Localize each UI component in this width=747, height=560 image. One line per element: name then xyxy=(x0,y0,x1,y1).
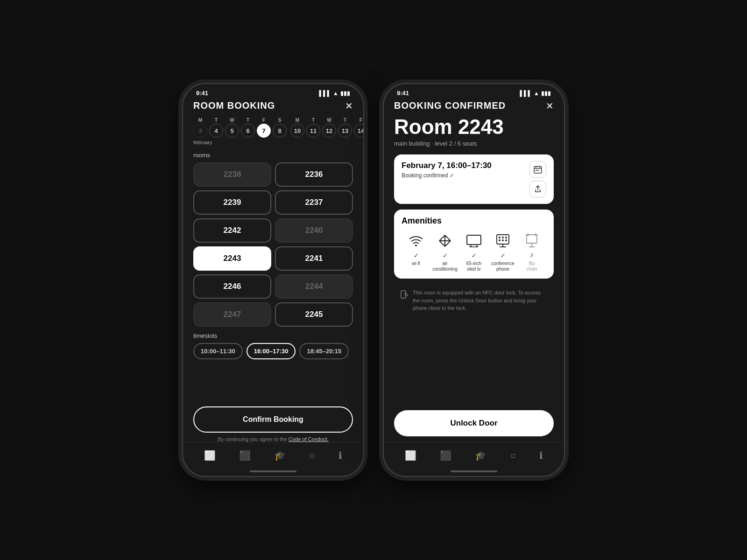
cal-num-12[interactable]: 12 xyxy=(322,124,336,138)
bottom-nav-2: ⬜ ⬛ 🎓 ○ ℹ xyxy=(384,442,564,467)
cal-day-f14: F 14 xyxy=(354,118,363,138)
home-indicator-1 xyxy=(183,467,363,476)
spacer-1 xyxy=(193,366,353,406)
signal-icon: ▌▌▌ xyxy=(319,90,331,97)
app-title-2: BOOKING CONFIRMED xyxy=(394,100,506,111)
nav-square-2[interactable]: ⬜ xyxy=(402,447,419,464)
battery-icon-2: ▮▮▮ xyxy=(541,90,551,97)
cal-num-6[interactable]: 6 xyxy=(241,124,255,138)
room-2247[interactable]: 2247 xyxy=(193,302,271,327)
room-2237[interactable]: 2237 xyxy=(275,190,353,215)
phone-confirmed: 9:41 ▌▌▌ ▲ ▮▮▮ BOOKING CONFIRMED ✕ Room … xyxy=(383,83,565,477)
svg-point-25 xyxy=(499,239,500,241)
room-2236[interactable]: 2236 xyxy=(275,162,353,187)
calendar-month: february xyxy=(193,140,353,145)
status-bar-1: 9:41 ▌▌▌ ▲ ▮▮▮ xyxy=(183,84,363,98)
timeslot-1845[interactable]: 18:45–20:15 xyxy=(299,343,349,359)
home-bar-2 xyxy=(451,470,497,472)
terms-link[interactable]: Code of Conduct. xyxy=(289,436,329,442)
confirm-booking-button[interactable]: Confirm Booking xyxy=(193,406,353,433)
svg-point-23 xyxy=(502,237,504,238)
amenity-ac: ✓ airconditioning xyxy=(430,231,459,272)
status-icons-2: ▌▌▌ ▲ ▮▮▮ xyxy=(520,90,551,97)
battery-icon: ▮▮▮ xyxy=(340,90,350,97)
nav-check-1[interactable]: ○ xyxy=(307,448,318,464)
cal-day-t6: T 6 xyxy=(241,118,255,138)
home-indicator-2 xyxy=(384,467,564,476)
wifi-icon xyxy=(409,231,423,250)
nav-info-1[interactable]: ℹ xyxy=(336,447,345,464)
rooms-grid: 2238 2236 2239 2237 2242 2240 2243 2241 … xyxy=(193,162,353,327)
booking-card: February 7, 16:00–17:30 Booking confirme… xyxy=(394,154,554,204)
nav-square-1[interactable]: ⬜ xyxy=(201,447,218,464)
cal-num-7[interactable]: 7 xyxy=(257,124,271,138)
flipchart-label: flipchart xyxy=(527,261,537,272)
nav-cap-1[interactable]: 🎓 xyxy=(271,447,289,464)
room-2246[interactable]: 2246 xyxy=(193,274,271,299)
room-2238[interactable]: 2238 xyxy=(193,162,271,187)
nfc-icon xyxy=(399,290,408,303)
room-2245[interactable]: 2245 xyxy=(275,302,353,327)
cal-num-3[interactable]: 3 xyxy=(193,124,207,138)
cal-num-8[interactable]: 8 xyxy=(273,124,287,138)
nav-cap-2[interactable]: 🎓 xyxy=(472,447,489,464)
cal-num-11[interactable]: 11 xyxy=(306,124,320,138)
tv-icon xyxy=(466,231,482,250)
calendar-icon-btn[interactable] xyxy=(529,161,546,178)
room-2241[interactable]: 2241 xyxy=(275,246,353,271)
nav-browser-1[interactable]: ⬛ xyxy=(236,447,254,464)
nav-browser-2[interactable]: ⬛ xyxy=(437,447,454,464)
cal-num-14[interactable]: 14 xyxy=(354,124,363,138)
rooms-label: rooms xyxy=(193,152,353,159)
booking-info: February 7, 16:00–17:30 Booking confirme… xyxy=(402,161,492,179)
signal-icon-2: ▌▌▌ xyxy=(520,90,532,97)
unlock-door-button[interactable]: Unlock Door xyxy=(394,410,554,436)
wifi-label: wi-fi xyxy=(412,261,420,266)
wifi-status-icon-2: ▲ xyxy=(534,90,539,97)
phones-container: 9:41 ▌▌▌ ▲ ▮▮▮ ROOM BOOKING ✕ M 3 xyxy=(182,83,565,477)
room-2244[interactable]: 2244 xyxy=(275,274,353,299)
share-icon-btn[interactable] xyxy=(529,181,546,197)
flipchart-check: ✗ xyxy=(529,252,535,259)
svg-point-27 xyxy=(505,239,507,241)
cal-day-m3: M 3 xyxy=(193,118,207,138)
conf-phone-icon xyxy=(496,231,510,250)
amenity-tv: ✓ 65-incholed tv xyxy=(459,231,488,272)
ac-label: airconditioning xyxy=(432,261,457,272)
home-bar-1 xyxy=(250,470,296,472)
room-2240[interactable]: 2240 xyxy=(275,218,353,243)
close-button-2[interactable]: ✕ xyxy=(546,101,554,111)
nfc-note: This room is equipped with an NFC door l… xyxy=(394,284,554,317)
time-1: 9:41 xyxy=(196,90,208,97)
close-button-1[interactable]: ✕ xyxy=(345,101,353,111)
room-2239[interactable]: 2239 xyxy=(193,190,271,215)
room-2243[interactable]: 2243 xyxy=(193,246,271,271)
svg-point-22 xyxy=(499,237,500,238)
svg-rect-17 xyxy=(467,235,481,245)
cal-day-s8: S 8 xyxy=(273,118,287,138)
wifi-check: ✓ xyxy=(414,252,419,259)
cal-day-t13: T 13 xyxy=(338,118,352,138)
spacer-2 xyxy=(394,323,554,410)
status-bar-2: 9:41 ▌▌▌ ▲ ▮▮▮ xyxy=(384,84,564,98)
flipchart-icon xyxy=(526,231,538,250)
screen1-content: ROOM BOOKING ✕ M 3 T 4 W 5 xyxy=(183,98,363,442)
cal-num-13[interactable]: 13 xyxy=(338,124,352,138)
status-icons-1: ▌▌▌ ▲ ▮▮▮ xyxy=(319,90,350,97)
terms-text: By continuing you agree to the Code of C… xyxy=(193,436,353,442)
tv-label: 65-incholed tv xyxy=(466,261,482,272)
room-2242[interactable]: 2242 xyxy=(193,218,271,243)
timeslot-1000[interactable]: 10:00–11:30 xyxy=(193,343,243,359)
timeslot-1600[interactable]: 16:00–17:30 xyxy=(247,343,296,359)
screen2-content: BOOKING CONFIRMED ✕ Room 2243 main build… xyxy=(384,98,564,442)
nav-info-2[interactable]: ℹ xyxy=(536,447,546,464)
cal-num-5[interactable]: 5 xyxy=(225,124,239,138)
nav-check-2[interactable]: ○ xyxy=(507,448,519,464)
cal-num-4[interactable]: 4 xyxy=(209,124,223,138)
ac-check: ✓ xyxy=(443,252,448,259)
amenities-title: Amenities xyxy=(402,216,546,226)
nfc-text: This room is equipped with an NFC door l… xyxy=(413,289,549,312)
cal-num-10[interactable]: 10 xyxy=(290,124,304,138)
phone-check: ✓ xyxy=(500,252,506,259)
calendar-week-1: M 3 T 4 W 5 T 6 xyxy=(193,118,353,138)
